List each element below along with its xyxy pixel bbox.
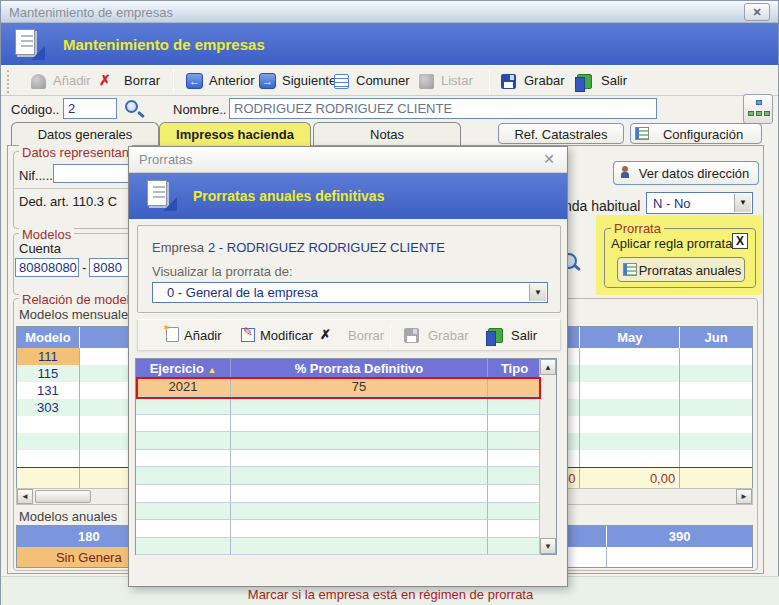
search-icon[interactable]	[125, 100, 138, 113]
col-ejercicio-header[interactable]: Ejercicio ▲	[136, 359, 231, 377]
dialog-vertical-scrollbar[interactable]: ▲ ▼	[539, 359, 556, 554]
codigo-label: Código..	[11, 102, 59, 117]
empresa-value: 2 - RODRIGUEZ RODRIGUEZ CLIENTE	[208, 240, 445, 255]
modelos-mensuales-label: Modelos mensuale	[19, 307, 128, 322]
nombre-label: Nombre..	[173, 102, 226, 117]
cuenta-input-1[interactable]: 80808080	[15, 258, 79, 277]
add-button[interactable]: Añadir	[53, 73, 91, 91]
col-may-header[interactable]: May	[580, 327, 680, 348]
dialog-save-button[interactable]: Grabar	[428, 328, 468, 343]
header-banner: Mantenimiento de empresas	[1, 23, 778, 65]
list-button[interactable]: Listar	[441, 73, 473, 91]
group-relacion-label: Relación de model	[19, 292, 133, 307]
delete-button[interactable]: Borrar	[124, 73, 160, 91]
modelos-anuales-label: Modelos anuales	[19, 509, 117, 524]
empty-row[interactable]	[136, 503, 556, 521]
empty-row[interactable]	[136, 467, 556, 485]
col-390-header[interactable]: 390	[607, 526, 752, 547]
main-window: Mantenimiento de empresas ✕ Mantenimient…	[0, 0, 779, 605]
empty-row[interactable]	[136, 520, 556, 538]
org-chart-button[interactable]	[743, 94, 773, 124]
email-grid-icon	[635, 127, 649, 140]
prorratas-table: Ejercicio ▲ % Prorrata Definitivo Tipo 2…	[135, 358, 557, 555]
tab-datos-generales[interactable]: Datos generales	[11, 122, 159, 145]
list-icon	[419, 74, 434, 92]
previous-button[interactable]: Anterior	[209, 73, 255, 91]
scroll-down-icon[interactable]: ▼	[540, 538, 556, 554]
next-button[interactable]: Siguiente	[282, 73, 336, 91]
scroll-right-icon[interactable]: ►	[736, 489, 752, 504]
scrollbar-thumb[interactable]	[35, 490, 91, 503]
dialog-titlebar: Prorratas ✕	[129, 147, 567, 173]
sort-ascending-icon: ▲	[207, 365, 216, 375]
dialog-exit-button[interactable]: Salir	[511, 328, 537, 343]
total-may: 0,00	[580, 468, 680, 488]
dropdown-arrow-icon[interactable]: ▼	[734, 194, 751, 212]
exit-icon	[577, 74, 592, 92]
col-jun-header[interactable]: Jun	[680, 327, 752, 348]
empty-row[interactable]	[136, 485, 556, 503]
window-titlebar: Mantenimiento de empresas ✕	[1, 1, 778, 23]
scroll-up-icon[interactable]: ▲	[540, 359, 556, 375]
codigo-input[interactable]: 2	[63, 98, 117, 119]
config-email-button[interactable]: Configuración Email	[630, 123, 762, 144]
document-icon	[13, 28, 45, 60]
save-button[interactable]: Grabar	[524, 73, 564, 91]
aplicar-regla-label: Aplicar regla prorrata	[611, 236, 732, 251]
tab-impresos-hacienda[interactable]: Impresos hacienda	[159, 122, 311, 146]
group-prorrata-label: Prorrata	[611, 221, 664, 236]
visualizar-label: Visualizar la prorrata de:	[152, 264, 293, 279]
ded-art-text: Ded. art. 110.3 C	[19, 194, 117, 209]
dialog-add-button[interactable]: Añadir	[184, 328, 222, 343]
dialog-delete-button[interactable]: Borrar	[348, 328, 384, 343]
prorrata-dropdown-value: 0 - General de la empresa	[167, 285, 318, 300]
dialog-delete-icon: ✗	[320, 327, 331, 342]
dialog-toolbar: ✶ Añadir Modificar ✗ Borrar Grabar Salir	[137, 319, 561, 351]
selected-row-highlight	[136, 377, 541, 399]
dialog-document-icon	[145, 179, 177, 211]
prorratas-grid-icon	[623, 263, 637, 276]
dialog-close-icon[interactable]: ✕	[543, 151, 555, 167]
col-tipo-header[interactable]: Tipo	[488, 359, 541, 377]
ref-catastrales-button[interactable]: Ref. Catastrales	[498, 123, 624, 144]
previous-icon: ←	[186, 73, 203, 91]
group-modelos-label: Modelos	[19, 227, 74, 242]
group-datos-representante-label: Datos representan	[19, 145, 132, 160]
scroll-left-icon[interactable]: ◄	[17, 489, 33, 504]
main-toolbar: Añadir ✗ Borrar ← Anterior → Siguiente C…	[1, 65, 778, 96]
prorrata-dropdown-arrow-icon[interactable]: ▼	[529, 284, 546, 301]
dialog-banner-title: Prorratas anuales definitivas	[193, 188, 384, 204]
prorrata-dropdown[interactable]: 0 - General de la empresa ▼	[152, 282, 548, 303]
empty-row[interactable]	[136, 432, 556, 450]
banner-title: Mantenimiento de empresas	[63, 36, 265, 53]
exit-button[interactable]: Salir	[601, 73, 627, 91]
cuenta-label: Cuenta	[19, 241, 61, 256]
empresa-label: Empresa	[152, 240, 204, 255]
prorratas-header-row: Ejercicio ▲ % Prorrata Definitivo Tipo	[136, 359, 556, 377]
close-icon[interactable]: ✕	[744, 3, 770, 21]
empty-row[interactable]	[136, 450, 556, 468]
tab-notas[interactable]: Notas	[313, 122, 461, 145]
toolbar-separator	[173, 70, 174, 93]
common-icon	[334, 74, 349, 92]
dialog-info-box: Empresa 2 - RODRIGUEZ RODRIGUEZ CLIENTE …	[137, 225, 561, 313]
common-button[interactable]: Comuner	[356, 73, 409, 91]
window-title: Mantenimiento de empresas	[9, 5, 173, 20]
empty-row[interactable]	[136, 415, 556, 433]
delete-icon: ✗	[99, 72, 111, 90]
save-icon	[501, 74, 516, 92]
col-prorrata-header[interactable]: % Prorrata Definitivo	[231, 359, 488, 377]
org-chart-icon	[756, 100, 762, 105]
dialog-edit-button[interactable]: Modificar	[260, 328, 313, 343]
nif-label: Nif.....	[19, 168, 53, 183]
empty-row[interactable]	[136, 397, 556, 415]
col-modelo-header[interactable]: Modelo	[17, 327, 80, 348]
habitual-dropdown[interactable]: N - No ▼	[646, 192, 753, 214]
dialog-banner: Prorratas anuales definitivas	[129, 173, 567, 219]
nombre-input[interactable]: RODRIGUEZ RODRIGUEZ CLIENTE	[229, 98, 657, 119]
aplicar-regla-checkbox[interactable]: X	[732, 233, 748, 249]
toolbar-grip	[7, 70, 10, 93]
empty-row[interactable]	[136, 538, 556, 556]
next-icon: →	[259, 73, 276, 91]
toolbar-separator-2	[489, 70, 490, 93]
